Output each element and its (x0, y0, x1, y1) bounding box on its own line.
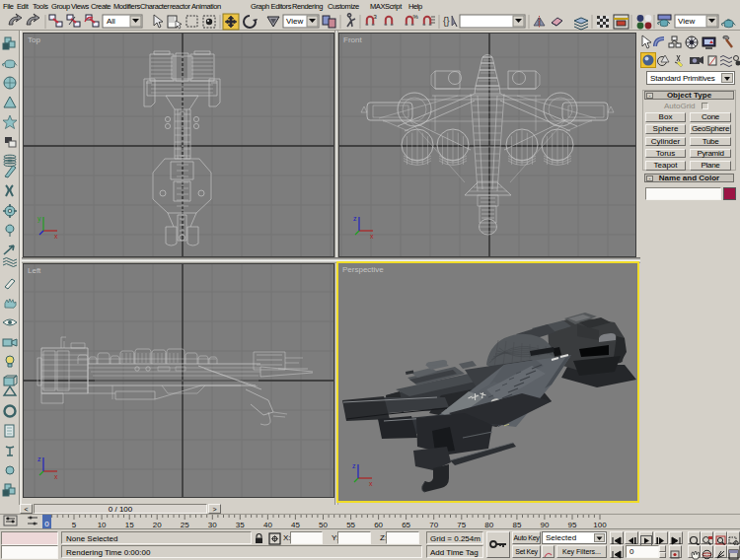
svg-text:95: 95 (568, 521, 577, 529)
svg-text:x: x (54, 233, 58, 240)
svg-text:x: x (54, 473, 58, 480)
svg-text:25: 25 (181, 521, 189, 529)
svg-text:85: 85 (512, 521, 521, 529)
svg-text:0: 0 (44, 520, 49, 528)
svg-text:35: 35 (236, 521, 245, 529)
svg-text:3: 3 (374, 14, 378, 20)
svg-text:y: y (37, 215, 41, 223)
svg-text:30: 30 (208, 521, 217, 529)
svg-text:75: 75 (457, 521, 466, 529)
svg-text:%: % (413, 14, 419, 20)
svg-text:z: z (353, 215, 357, 222)
svg-text:50: 50 (319, 521, 328, 529)
svg-text:All: All (107, 17, 115, 26)
svg-text:55: 55 (346, 521, 355, 529)
svg-text:z: z (37, 455, 41, 462)
svg-text:15: 15 (125, 521, 134, 529)
svg-text:100: 100 (593, 521, 607, 529)
svg-text:x: x (369, 480, 373, 487)
svg-text:10: 10 (98, 521, 107, 529)
svg-text:View: View (678, 17, 695, 26)
svg-text:{}: {} (443, 16, 450, 27)
svg-text:View: View (286, 17, 303, 26)
svg-text:5: 5 (72, 521, 77, 529)
svg-text:80: 80 (484, 521, 493, 529)
svg-text:60: 60 (374, 521, 383, 529)
svg-text:20: 20 (153, 521, 162, 529)
svg-text:65: 65 (402, 521, 410, 529)
svg-text:45: 45 (291, 521, 300, 529)
svg-text:70: 70 (429, 521, 438, 529)
svg-text:x: x (370, 233, 374, 240)
svg-text:40: 40 (263, 521, 272, 529)
svg-text:90: 90 (540, 521, 549, 529)
svg-text:z: z (352, 462, 356, 469)
